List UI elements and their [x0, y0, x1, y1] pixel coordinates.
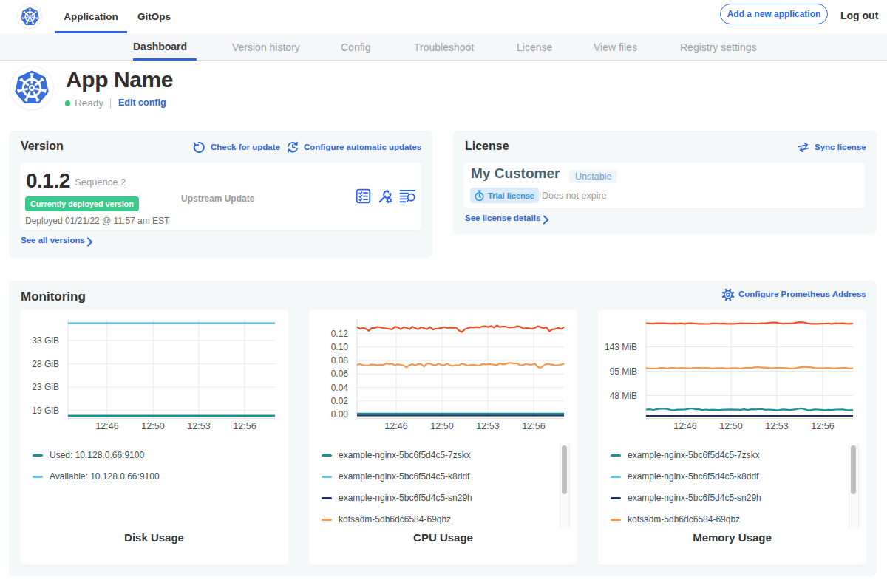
- svg-text:48 MiB: 48 MiB: [610, 391, 637, 401]
- svg-text:12:56: 12:56: [522, 421, 545, 431]
- svg-text:0.10: 0.10: [331, 342, 349, 352]
- svg-text:0.12: 0.12: [331, 329, 349, 339]
- svg-text:0.02: 0.02: [331, 396, 349, 406]
- svg-text:12:50: 12:50: [430, 421, 453, 431]
- svg-text:12:53: 12:53: [476, 421, 499, 431]
- svg-text:12:46: 12:46: [673, 421, 696, 431]
- svg-text:19 GiB: 19 GiB: [32, 406, 59, 416]
- svg-text:12:46: 12:46: [95, 421, 118, 431]
- svg-text:28 GiB: 28 GiB: [32, 359, 59, 369]
- svg-text:0.08: 0.08: [331, 355, 349, 366]
- svg-text:12:53: 12:53: [187, 421, 210, 431]
- svg-text:143 MiB: 143 MiB: [605, 342, 637, 352]
- svg-text:12:56: 12:56: [233, 421, 256, 431]
- svg-text:12:50: 12:50: [719, 421, 742, 431]
- svg-text:0.00: 0.00: [331, 409, 349, 420]
- svg-text:0.06: 0.06: [331, 369, 349, 379]
- svg-text:23 GiB: 23 GiB: [32, 382, 59, 392]
- svg-text:95 MiB: 95 MiB: [610, 366, 637, 377]
- svg-text:0.04: 0.04: [331, 383, 349, 393]
- svg-text:12:53: 12:53: [765, 421, 788, 431]
- svg-text:12:46: 12:46: [384, 421, 407, 431]
- svg-text:33 GiB: 33 GiB: [32, 335, 59, 346]
- svg-text:12:50: 12:50: [141, 421, 164, 431]
- svg-text:12:56: 12:56: [811, 421, 834, 431]
